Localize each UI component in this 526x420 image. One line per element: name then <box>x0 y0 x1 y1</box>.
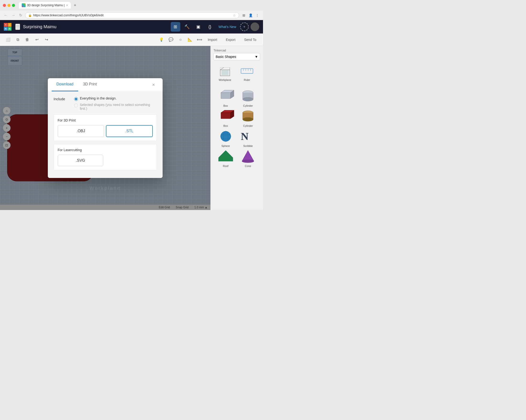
tab-close-button[interactable]: × <box>66 3 68 7</box>
svg-marker-32 <box>242 150 254 161</box>
hammer-button[interactable]: 🔨 <box>182 22 192 31</box>
tab-3d-print[interactable]: 3D Print <box>78 78 101 91</box>
close-window-button[interactable] <box>3 4 6 7</box>
shape-item-cylinder-1[interactable]: Cylinder <box>238 89 258 107</box>
minimize-window-button[interactable] <box>7 4 10 7</box>
modal-body: Include Everything in the design. Select… <box>48 92 162 178</box>
measure-tool-button[interactable]: 📐 <box>186 35 194 44</box>
download-modal: Download 3D Print × Include Every <box>48 78 162 178</box>
url-text: https://www.tinkercad.com/things/itJUBVs… <box>33 13 232 17</box>
shape-item-box-2[interactable]: Box <box>215 109 236 127</box>
roof-shape-icon <box>217 149 234 164</box>
whats-new-button[interactable]: What's New <box>217 25 238 29</box>
copy-button[interactable]: ⧉ <box>13 35 22 44</box>
modal-close-button[interactable]: × <box>148 78 159 91</box>
reload-button[interactable]: ↻ <box>18 12 23 18</box>
select-tool-button[interactable]: ⬜ <box>4 35 12 44</box>
tab-favicon <box>22 3 26 7</box>
svg-rect-3 <box>220 67 230 70</box>
project-name: Surprising Maimu <box>23 24 171 30</box>
cylinder-shape-icon-2 <box>240 109 256 123</box>
grid-view-button[interactable]: ⊞ <box>171 22 180 31</box>
redo-button[interactable]: ↪ <box>42 35 51 44</box>
radio-everything-label: Everything in the design. <box>80 96 116 100</box>
logo-k: K <box>8 27 12 31</box>
shape-label-sphere: Sphere <box>221 144 230 147</box>
sidebar-tools-row: Workplane Ruler <box>213 63 260 83</box>
forward-button[interactable]: → <box>10 13 16 18</box>
svg-point-33 <box>242 160 254 163</box>
svg-point-15 <box>243 97 253 101</box>
speech-tool-button[interactable]: 💬 <box>167 35 175 44</box>
tab-download[interactable]: Download <box>52 78 78 91</box>
light-tool-button[interactable]: 💡 <box>157 35 166 44</box>
radio-everything-item: Everything in the design. <box>74 96 157 101</box>
chevron-down-icon: ▼ <box>255 55 258 59</box>
shape-item-sphere[interactable]: Sphere <box>215 129 236 147</box>
shape-label-cylinder-1: Cylinder <box>243 104 253 107</box>
shape-item-cone[interactable]: Cone <box>238 149 258 167</box>
box-shape-icon-2 <box>217 109 234 123</box>
modal-overlay: Download 3D Print × Include Every <box>0 46 210 210</box>
add-user-button[interactable]: + <box>240 22 249 31</box>
app-header: T I N K ☰ Surprising Maimu ⊞ 🔨 ▣ {} What… <box>0 20 263 33</box>
new-tab-button[interactable]: + <box>74 3 76 8</box>
logo-i: I <box>8 23 12 27</box>
traffic-lights <box>3 4 15 7</box>
shapes-dropdown[interactable]: Basic Shapes ▼ <box>213 53 260 60</box>
import-button[interactable]: Import <box>205 36 220 43</box>
cylinder-shape-icon-1 <box>240 89 256 103</box>
workplane-icon <box>218 65 232 77</box>
delete-button[interactable]: 🗑 <box>23 35 31 44</box>
back-button[interactable]: ← <box>3 13 9 18</box>
format-lasercutting-title: For Lasercutting <box>58 148 153 152</box>
svg-rect-4 <box>221 70 229 75</box>
radio-selected-label: Selected shapes (you need to select some… <box>80 103 157 111</box>
code-button[interactable]: {} <box>205 22 215 31</box>
canvas-area[interactable]: TOP FRONT ⌂ ⊙ + − ⊡ Workplane <box>0 46 210 210</box>
mirror-tool-button[interactable]: ⟺ <box>195 35 204 44</box>
svg-marker-31 <box>219 150 233 161</box>
shape-item-scribble[interactable]: N Scribble <box>238 129 258 147</box>
svg-button[interactable]: .SVG <box>58 155 103 166</box>
layers-button[interactable]: ▣ <box>194 22 203 31</box>
svg-point-26 <box>221 131 231 142</box>
include-section: Include Everything in the design. Select… <box>54 96 157 111</box>
export-button[interactable]: Export <box>223 36 238 43</box>
toolbar-right-actions: Import Export Send To <box>205 36 259 43</box>
browser-tab[interactable]: 3D design Surprising Maimu | × <box>19 2 71 9</box>
svg-text:N: N <box>241 130 249 142</box>
radio-selected-input[interactable] <box>74 103 78 107</box>
browser-titlebar: 3D design Surprising Maimu | × + <box>0 0 263 10</box>
menu-icon[interactable]: ⋮ <box>254 12 260 18</box>
format-lasercutting-section: For Lasercutting .SVG <box>54 144 157 170</box>
send-to-button[interactable]: Send To <box>241 36 259 43</box>
shape-item-roof[interactable]: Roof <box>215 149 236 167</box>
fullscreen-window-button[interactable] <box>12 4 15 7</box>
hamburger-menu-button[interactable]: ☰ <box>15 24 20 30</box>
rotate-tool-button[interactable]: ○ <box>176 35 185 44</box>
radio-selected-item: Selected shapes (you need to select some… <box>74 103 157 111</box>
shape-item-cylinder-2[interactable]: Cylinder <box>238 109 258 127</box>
shapes-grid: Box Cylinder <box>213 87 260 169</box>
workplane-button[interactable]: Workplane <box>215 65 234 81</box>
ruler-button[interactable]: Ruler <box>237 65 257 81</box>
obj-button[interactable]: .OBJ <box>58 125 104 137</box>
user-avatar[interactable] <box>251 22 259 31</box>
radio-everything-input[interactable] <box>74 97 78 101</box>
shapes-dropdown-value: Basic Shapes <box>216 55 236 59</box>
profile-icon[interactable]: 👤 <box>248 12 253 18</box>
undo-button[interactable]: ↩ <box>32 35 41 44</box>
svg-line-1 <box>220 67 224 70</box>
shape-label-box-1: Box <box>223 104 228 107</box>
sidebar-section-label: Tinkercad <box>213 49 260 52</box>
svg-rect-5 <box>241 69 253 73</box>
stl-button[interactable]: .STL <box>106 125 153 137</box>
address-bar[interactable]: 🔒 https://www.tinkercad.com/things/itJUB… <box>25 12 239 18</box>
format-lasercutting-buttons: .SVG <box>58 155 153 166</box>
tab-title: 3D design Surprising Maimu | <box>27 4 65 7</box>
modal-tabs: Download 3D Print × <box>48 78 162 92</box>
shape-item-box-1[interactable]: Box <box>215 89 236 107</box>
extensions-icon[interactable]: ⊞ <box>241 12 247 18</box>
svg-point-23 <box>243 117 253 121</box>
